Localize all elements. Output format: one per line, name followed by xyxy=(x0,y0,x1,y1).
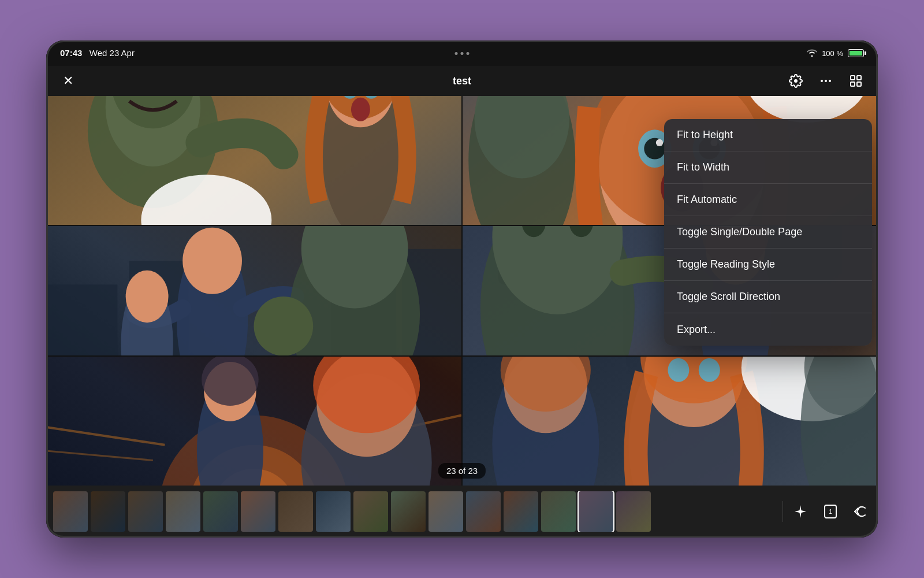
battery-icon xyxy=(848,49,864,57)
panel-3-art xyxy=(46,226,461,355)
thumb-item-4[interactable] xyxy=(166,491,200,532)
svg-point-82 xyxy=(699,358,720,381)
menu-toggle-page[interactable]: Toggle Single/Double Page xyxy=(664,216,872,249)
thumb-item-14[interactable] xyxy=(541,491,576,532)
status-time: 07:43 xyxy=(60,48,82,58)
menu-toggle-reading[interactable]: Toggle Reading Style xyxy=(664,249,872,281)
svg-point-1 xyxy=(825,80,827,82)
svg-point-29 xyxy=(656,139,663,146)
context-menu: Fit to Height Fit to Width Fit Automatic… xyxy=(664,119,872,346)
svg-text:1: 1 xyxy=(829,508,832,515)
comic-panel-6 xyxy=(463,357,878,486)
svg-point-44 xyxy=(182,228,242,294)
status-date: Wed 23 Apr xyxy=(90,48,135,58)
menu-fit-width-label: Fit to Width xyxy=(677,161,729,173)
more-button[interactable] xyxy=(815,71,836,91)
page-title: test xyxy=(453,75,471,87)
battery-percentage: 100 % xyxy=(822,49,843,58)
menu-toggle-page-label: Toggle Single/Double Page xyxy=(677,226,802,238)
thumb-bg-15 xyxy=(579,491,613,532)
nav-left: ✕ xyxy=(58,71,79,91)
status-dot-3 xyxy=(467,52,470,55)
thumb-item-10[interactable] xyxy=(391,491,426,532)
page-num-icon: 1 xyxy=(822,503,839,520)
status-left: 07:43 Wed 23 Apr xyxy=(60,48,135,58)
svg-rect-3 xyxy=(851,76,855,80)
svg-point-47 xyxy=(254,297,314,355)
thumb-item-9[interactable] xyxy=(353,491,388,532)
thumb-bg-3 xyxy=(128,491,163,532)
thumb-bg-11 xyxy=(429,491,463,532)
thumb-bg-10 xyxy=(391,491,426,532)
status-right: 100 % xyxy=(807,49,864,58)
panel-1-art xyxy=(46,96,461,225)
menu-fit-auto-label: Fit Automatic xyxy=(677,194,737,206)
menu-toggle-scroll-label: Toggle Scroll Direction xyxy=(677,291,780,303)
svg-point-2 xyxy=(829,80,831,82)
back-icon xyxy=(852,503,869,520)
device-frame: 07:43 Wed 23 Apr 100 % ✕ xyxy=(46,40,878,538)
thumb-item-5[interactable] xyxy=(203,491,238,532)
thumb-item-2[interactable] xyxy=(91,491,125,532)
comic-panel-3 xyxy=(46,226,461,355)
menu-fit-auto[interactable]: Fit Automatic xyxy=(664,184,872,216)
thumb-bg-6 xyxy=(241,491,275,532)
nav-bar: ✕ test xyxy=(46,66,878,96)
close-button[interactable]: ✕ xyxy=(58,71,79,91)
status-bar: 07:43 Wed 23 Apr 100 % xyxy=(46,40,878,66)
grid-button[interactable] xyxy=(845,71,866,91)
comic-panel-5 xyxy=(46,357,461,486)
thumb-item-6[interactable] xyxy=(241,491,275,532)
status-center-dots xyxy=(455,52,470,55)
page-counter: 23 of 23 xyxy=(438,463,486,479)
thumb-bg-8 xyxy=(316,491,351,532)
menu-export[interactable]: Export... xyxy=(664,313,872,346)
svg-point-81 xyxy=(668,358,689,381)
thumb-bg-2 xyxy=(91,491,125,532)
menu-export-label: Export... xyxy=(677,324,716,336)
svg-point-20 xyxy=(351,98,370,121)
thumb-bg-7 xyxy=(278,491,313,532)
thumb-item-16[interactable] xyxy=(616,491,651,532)
menu-fit-width[interactable]: Fit to Width xyxy=(664,151,872,184)
comic-panel-1 xyxy=(46,96,461,225)
svg-rect-36 xyxy=(46,285,117,355)
thumb-item-15[interactable] xyxy=(579,491,613,532)
status-dot-1 xyxy=(455,52,458,55)
panel-art-1 xyxy=(46,96,461,225)
battery-fill xyxy=(850,51,862,55)
svg-point-0 xyxy=(821,80,823,82)
menu-toggle-scroll[interactable]: Toggle Scroll Direction xyxy=(664,281,872,313)
menu-toggle-reading-label: Toggle Reading Style xyxy=(677,258,775,271)
close-icon: ✕ xyxy=(63,73,73,88)
thumb-item-12[interactable] xyxy=(466,491,501,532)
thumbnail-strip: 1 xyxy=(46,486,878,538)
thumb-bg-13 xyxy=(504,491,538,532)
thumb-bg-14 xyxy=(541,491,576,532)
svg-rect-4 xyxy=(857,76,861,80)
thumb-item-1[interactable] xyxy=(53,491,88,532)
thumb-item-7[interactable] xyxy=(278,491,313,532)
menu-fit-height[interactable]: Fit to Height xyxy=(664,119,872,151)
svg-rect-6 xyxy=(857,82,861,86)
svg-point-49 xyxy=(126,271,169,323)
back-button[interactable] xyxy=(850,501,871,522)
panel-6-art xyxy=(463,357,878,486)
svg-rect-5 xyxy=(851,82,855,86)
page-num-button[interactable]: 1 xyxy=(820,501,841,522)
thumb-item-11[interactable] xyxy=(429,491,463,532)
nav-right xyxy=(785,71,866,91)
wifi-icon xyxy=(807,49,817,58)
main-content: 23 of 23 Fit to Height Fit to Width Fit … xyxy=(46,96,878,486)
thumb-bg-9 xyxy=(353,491,388,532)
thumb-item-3[interactable] xyxy=(128,491,163,532)
sparkle-icon xyxy=(793,504,808,519)
menu-fit-height-label: Fit to Height xyxy=(677,129,733,141)
thumb-bg-4 xyxy=(166,491,200,532)
sparkle-button[interactable] xyxy=(790,501,811,522)
thumb-bg-12 xyxy=(466,491,501,532)
settings-button[interactable] xyxy=(785,71,806,91)
thumb-item-13[interactable] xyxy=(504,491,538,532)
thumb-item-8[interactable] xyxy=(316,491,351,532)
thumb-bg-1 xyxy=(53,491,88,532)
